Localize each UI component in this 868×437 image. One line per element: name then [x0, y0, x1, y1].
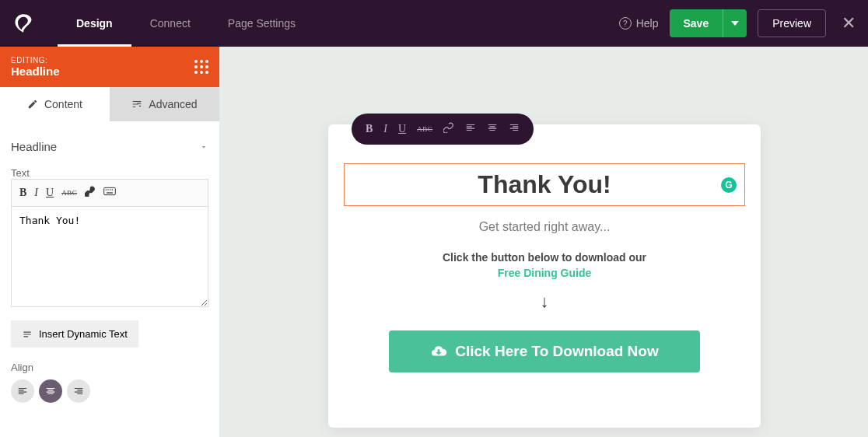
- panel-tab-advanced[interactable]: Advanced: [110, 87, 219, 121]
- text-field-label: Text: [11, 167, 208, 179]
- sidebar: EDITING: Headline Content Advanced Headl…: [0, 47, 219, 437]
- align-left-button[interactable]: [11, 379, 34, 403]
- align-group: [11, 379, 208, 403]
- tb-strikethrough-icon[interactable]: abc: [417, 125, 432, 133]
- editing-title: Headline: [11, 65, 60, 78]
- panel-tab-advanced-label: Advanced: [149, 98, 197, 110]
- drag-handle-icon[interactable]: [194, 60, 208, 74]
- headline-text-input[interactable]: [11, 206, 208, 307]
- keyboard-icon[interactable]: [103, 187, 116, 199]
- cta-label: Click Here To Download Now: [455, 343, 658, 360]
- instruction-text: Click the button below to download our: [344, 251, 745, 264]
- pencil-icon: [27, 99, 38, 110]
- tb-bold-icon[interactable]: B: [366, 123, 373, 135]
- link-icon[interactable]: [85, 186, 96, 200]
- dynamic-text-icon: [22, 329, 33, 340]
- align-left-icon: [17, 386, 28, 397]
- save-dropdown-button[interactable]: [723, 9, 747, 37]
- guide-link[interactable]: Free Dining Guide: [344, 267, 745, 279]
- tab-design[interactable]: Design: [58, 0, 131, 47]
- headline-text: Thank You!: [478, 170, 611, 198]
- panel-tabs: Content Advanced: [0, 87, 219, 121]
- panel-tab-content[interactable]: Content: [0, 87, 110, 121]
- bold-icon[interactable]: B: [19, 187, 26, 199]
- topbar: Design Connect Page Settings ? Help Save…: [0, 0, 868, 47]
- tb-align-left-icon[interactable]: [465, 122, 476, 136]
- strikethrough-icon[interactable]: ABC: [61, 189, 77, 197]
- tab-page-settings[interactable]: Page Settings: [209, 0, 314, 47]
- editing-banner: EDITING: Headline: [0, 47, 219, 87]
- align-center-button[interactable]: [39, 379, 62, 403]
- svg-rect-2: [107, 189, 108, 190]
- topbar-right: ? Help Save Preview ✕: [619, 9, 856, 37]
- headline-block[interactable]: Thank You! G: [344, 163, 745, 206]
- rte-toolbar: B I U ABC: [11, 179, 208, 206]
- preview-button[interactable]: Preview: [758, 9, 826, 37]
- close-icon[interactable]: ✕: [842, 13, 856, 33]
- svg-rect-5: [107, 192, 113, 193]
- grammarly-icon[interactable]: G: [721, 177, 737, 193]
- brand-logo-icon: [12, 12, 34, 34]
- align-label: Align: [11, 362, 208, 373]
- canvas: B I U abc Thank You! G Get started right…: [219, 47, 868, 437]
- svg-rect-0: [104, 187, 116, 194]
- caret-down-icon: [731, 21, 739, 26]
- tab-connect[interactable]: Connect: [131, 0, 209, 47]
- save-button[interactable]: Save: [670, 9, 723, 37]
- tb-link-icon[interactable]: [443, 122, 454, 136]
- tb-italic-icon[interactable]: I: [383, 123, 387, 135]
- tb-align-center-icon[interactable]: [487, 122, 498, 136]
- align-right-button[interactable]: [67, 379, 90, 403]
- nav-tabs: Design Connect Page Settings: [58, 0, 314, 47]
- underline-icon[interactable]: U: [46, 187, 54, 199]
- floating-text-toolbar: B I U abc: [352, 114, 534, 145]
- insert-dynamic-text-button[interactable]: Insert Dynamic Text: [11, 320, 138, 348]
- svg-rect-1: [106, 189, 107, 190]
- help-icon: ?: [619, 17, 632, 30]
- help-link[interactable]: ? Help: [619, 17, 659, 30]
- cta-button[interactable]: Click Here To Download Now: [389, 330, 700, 372]
- panel-body: Headline Text B I U ABC Insert Dynamic T…: [0, 121, 219, 437]
- svg-rect-4: [112, 189, 113, 190]
- dynamic-text-label: Insert Dynamic Text: [39, 328, 128, 340]
- tb-underline-icon[interactable]: U: [398, 123, 406, 135]
- page-card: B I U abc Thank You! G Get started right…: [328, 124, 761, 428]
- arrow-down-icon: ↓: [344, 292, 745, 312]
- sliders-icon: [131, 99, 142, 110]
- italic-icon[interactable]: I: [34, 187, 38, 199]
- accordion-headline[interactable]: Headline: [11, 132, 208, 161]
- panel-tab-content-label: Content: [44, 98, 82, 110]
- cloud-download-icon: [430, 343, 447, 360]
- svg-rect-3: [110, 189, 110, 190]
- help-label: Help: [636, 17, 659, 30]
- align-right-icon: [73, 386, 84, 397]
- accordion-title: Headline: [11, 140, 57, 153]
- tb-align-right-icon[interactable]: [509, 122, 520, 136]
- subheadline-text: Get started right away...: [344, 220, 745, 234]
- align-center-icon: [45, 386, 56, 397]
- editing-label: EDITING:: [11, 56, 60, 65]
- save-button-group: Save: [670, 9, 747, 37]
- chevron-down-icon: [199, 142, 208, 152]
